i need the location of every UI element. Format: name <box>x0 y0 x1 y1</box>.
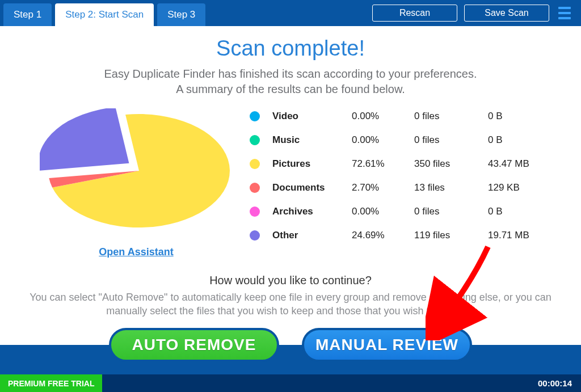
menu-icon[interactable] <box>556 5 573 22</box>
page-title: Scan complete! <box>23 36 558 61</box>
legend-row: Pictures72.61%350 files43.47 MB <box>250 158 550 170</box>
topbar-right: Rescan Save Scan <box>372 0 581 26</box>
color-swatch-icon <box>250 111 260 121</box>
legend-row: Other24.69%119 files19.71 MB <box>250 230 550 241</box>
legend-percent: 24.69% <box>352 230 414 241</box>
legend-files: 0 files <box>414 111 488 122</box>
summary-row: Open Assistant Video0.00%0 files0 BMusic… <box>23 108 558 258</box>
legend-row: Video0.00%0 files0 B <box>250 111 550 122</box>
legend-size: 0 B <box>488 206 550 217</box>
legend-files: 350 files <box>414 158 488 170</box>
legend-row: Music0.00%0 files0 B <box>250 134 550 146</box>
save-scan-button[interactable]: Save Scan <box>464 5 549 22</box>
color-swatch-icon <box>250 159 260 169</box>
color-swatch-icon <box>250 206 260 217</box>
topbar: Step 1Step 2: Start ScanStep 3 Rescan Sa… <box>0 0 581 26</box>
color-swatch-icon <box>250 135 260 145</box>
legend-files: 13 files <box>414 182 488 193</box>
legend-category: Pictures <box>272 158 352 170</box>
legend-size: 43.47 MB <box>488 158 550 170</box>
pie-chart <box>40 108 233 236</box>
step-tabs: Step 1Step 2: Start ScanStep 3 <box>0 0 209 26</box>
legend-files: 0 files <box>414 134 488 146</box>
open-assistant-link[interactable]: Open Assistant <box>99 246 173 258</box>
manual-review-button[interactable]: MANUAL REVIEW <box>302 328 472 362</box>
legend-percent: 0.00% <box>352 206 414 217</box>
rescan-button[interactable]: Rescan <box>372 5 457 22</box>
big-buttons: AUTO REMOVE MANUAL REVIEW <box>0 328 581 362</box>
continue-description: You can select "Auto Remove" to automati… <box>30 290 551 318</box>
legend-category: Music <box>272 134 352 146</box>
legend-row: Archives0.00%0 files0 B <box>250 206 550 217</box>
legend-percent: 2.70% <box>352 182 414 193</box>
legend: Video0.00%0 files0 BMusic0.00%0 files0 B… <box>250 108 550 241</box>
legend-percent: 0.00% <box>352 111 414 122</box>
legend-size: 19.71 MB <box>488 230 550 241</box>
legend-category: Documents <box>272 182 352 193</box>
continue-question: How would you like to continue? <box>23 274 558 287</box>
tab-step-1[interactable]: Step 1 <box>3 3 52 26</box>
legend-percent: 0.00% <box>352 134 414 146</box>
legend-percent: 72.61% <box>352 158 414 170</box>
legend-row: Documents2.70%13 files129 KB <box>250 182 550 193</box>
legend-size: 0 B <box>488 111 550 122</box>
continue-section: How would you like to continue? You can … <box>23 274 558 318</box>
legend-category: Video <box>272 111 352 122</box>
auto-remove-button[interactable]: AUTO REMOVE <box>109 328 279 362</box>
tab-step-3[interactable]: Step 3 <box>157 3 205 26</box>
legend-files: 119 files <box>414 230 488 241</box>
legend-category: Other <box>272 230 352 241</box>
pie-column: Open Assistant <box>40 108 233 258</box>
color-swatch-icon <box>250 183 260 193</box>
legend-size: 129 KB <box>488 182 550 193</box>
footer: PREMIUM FREE TRIAL 00:00:14 <box>0 374 581 392</box>
timer: 00:00:14 <box>538 378 581 388</box>
pie-slice-other <box>40 108 129 171</box>
color-swatch-icon <box>250 230 260 241</box>
tab-step-2[interactable]: Step 2: Start Scan <box>55 3 154 26</box>
trial-badge: PREMIUM FREE TRIAL <box>0 374 102 392</box>
page-subtitle: Easy Duplicate Finder has finished its s… <box>23 66 558 97</box>
content: Scan complete! Easy Duplicate Finder has… <box>0 26 581 318</box>
legend-size: 0 B <box>488 134 550 146</box>
legend-category: Archives <box>272 206 352 217</box>
legend-files: 0 files <box>414 206 488 217</box>
